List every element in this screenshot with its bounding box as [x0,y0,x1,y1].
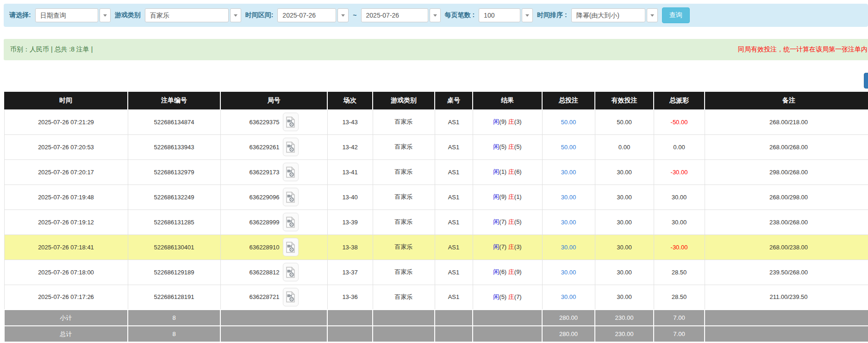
cell-bet-id: 522686131285 [128,210,220,235]
time-sort-select[interactable]: 降幂(由大到小) [571,8,658,22]
cell-time: 2025-07-26 07:21:29 [4,109,128,134]
cell-time: 2025-07-26 07:19:48 [4,184,128,210]
total-bet-link[interactable]: 30.00 [561,219,576,226]
cell-bet-id: 522686132979 [128,159,220,184]
cell-game-type: 百家乐 [373,159,435,184]
cell-total-bet[interactable]: 30.00 [542,184,595,210]
cell-total-bet[interactable]: 30.00 [542,159,595,184]
total-bet-link[interactable]: 50.00 [561,119,576,126]
cell-total-bet[interactable]: 50.00 [542,109,595,134]
round-number: 636229375 [249,119,279,126]
chevron-down-icon[interactable] [522,8,533,22]
date-type-value[interactable]: 日期查询 [35,8,98,22]
page-size-select[interactable]: 100 [479,8,533,22]
video-replay-button[interactable] [283,188,299,206]
payout-value: 30.00 [672,194,687,201]
cell-total-bet[interactable]: 30.00 [542,210,595,235]
cell-remark: 298.00/268.00 [705,159,868,184]
chevron-down-icon[interactable] [647,8,658,22]
round-number: 636229173 [249,169,279,176]
cell-table-no: AS1 [435,134,473,159]
cell-bet-id: 522686132249 [128,184,220,210]
video-replay-icon [286,267,295,278]
cell-round: 636229173 [220,159,327,184]
cell-session: 13-38 [327,235,373,260]
filter-label-game-type: 游戏类别 [115,11,141,19]
total-bet-link[interactable]: 30.00 [561,169,576,176]
result-player: 闲 [493,268,499,275]
cell-total-bet[interactable]: 30.00 [542,285,595,310]
cell-session: 13-41 [327,159,373,184]
payout-value: 28.50 [672,293,687,300]
result-player: 闲 [493,193,499,200]
total-bet-link[interactable]: 30.00 [561,269,576,276]
chevron-down-icon[interactable] [230,8,241,22]
cell-session: 13-40 [327,184,373,210]
round-number: 636228721 [249,293,279,300]
cell-round: 636228721 [220,285,327,310]
caret-glyph [234,14,237,17]
date-type-select[interactable]: 日期查询 [35,8,111,22]
bet-records-table: 时间 注单编号 局号 场次 游戏类别 桌号 结果 总投注 有效投注 总派彩 备注… [4,92,868,343]
round-number: 636228812 [249,269,279,276]
payout-value: 30.00 [672,219,687,226]
total-count: 8 [128,326,220,342]
chevron-down-icon[interactable] [100,8,111,22]
page-size-value[interactable]: 100 [479,8,520,22]
video-replay-button[interactable] [283,138,299,156]
cell-round: 636228999 [220,210,327,235]
total-bet-link[interactable]: 30.00 [561,244,576,251]
time-sort-value[interactable]: 降幂(由大到小) [571,8,645,22]
total-table-no [435,326,473,342]
col-header-result: 结果 [473,92,542,109]
date-to-value[interactable]: 2025-07-26 [361,8,428,22]
video-replay-button[interactable] [283,263,299,281]
cell-total-bet[interactable]: 30.00 [542,260,595,285]
result-banker-score: (3) [514,243,522,250]
result-player-score: (1) [499,168,506,175]
col-header-payout: 总派彩 [654,92,705,109]
cell-time: 2025-07-26 07:20:17 [4,159,128,184]
filter-toolbar: 请选择: 日期查询 游戏类别 百家乐 时间区间: 2025-07-26 ~ 20… [4,4,868,27]
total-bet-link[interactable]: 50.00 [561,144,576,151]
cell-table-no: AS1 [435,285,473,310]
cell-time: 2025-07-26 07:19:12 [4,210,128,235]
chevron-down-icon[interactable] [430,8,441,22]
video-replay-button[interactable] [283,288,299,306]
cell-result: 闲(5) 庄(7) [473,285,542,310]
result-player: 闲 [493,118,499,125]
cell-valid-bet: 30.00 [595,285,654,310]
payout-sum: 7.00 [654,326,705,342]
total-bet-link[interactable]: 30.00 [561,194,576,201]
total-session [327,326,373,342]
round-number: 636228999 [249,219,279,226]
table-row: 2025-07-26 07:18:41522686130401636228910… [4,235,868,260]
result-player-score: (6) [499,268,506,275]
cell-total-bet[interactable]: 30.00 [542,235,595,260]
edge-partial-button[interactable] [864,73,868,89]
date-from-value[interactable]: 2025-07-26 [277,8,336,22]
game-type-value[interactable]: 百家乐 [145,8,229,22]
col-header-time: 时间 [4,92,128,109]
date-to-select[interactable]: 2025-07-26 [361,8,441,22]
currency-total-text: 币别：人民币 | 总共 :8 注单 | [10,45,93,54]
filter-label-time-sort: 时间排序 : [537,11,567,19]
video-replay-button[interactable] [283,163,299,181]
date-from-select[interactable]: 2025-07-26 [277,8,349,22]
filter-label-date-type: 请选择: [9,11,31,19]
search-button[interactable]: 查询 [662,7,690,23]
game-type-select[interactable]: 百家乐 [145,8,241,22]
video-replay-button[interactable] [283,213,299,231]
table-row: 2025-07-26 07:20:53522686133943636229261… [4,134,868,159]
cell-time: 2025-07-26 07:20:53 [4,134,128,159]
video-replay-button[interactable] [283,113,299,131]
cell-total-bet[interactable]: 50.00 [542,134,595,159]
payout-value: 28.50 [672,269,687,276]
cell-payout: -30.00 [654,159,705,184]
video-replay-button[interactable] [283,238,299,256]
total-bet-link[interactable]: 30.00 [561,293,576,300]
cell-payout: -50.00 [654,109,705,134]
chevron-down-icon[interactable] [337,8,349,22]
cell-game-type: 百家乐 [373,285,435,310]
result-banker: 庄 [508,168,514,175]
